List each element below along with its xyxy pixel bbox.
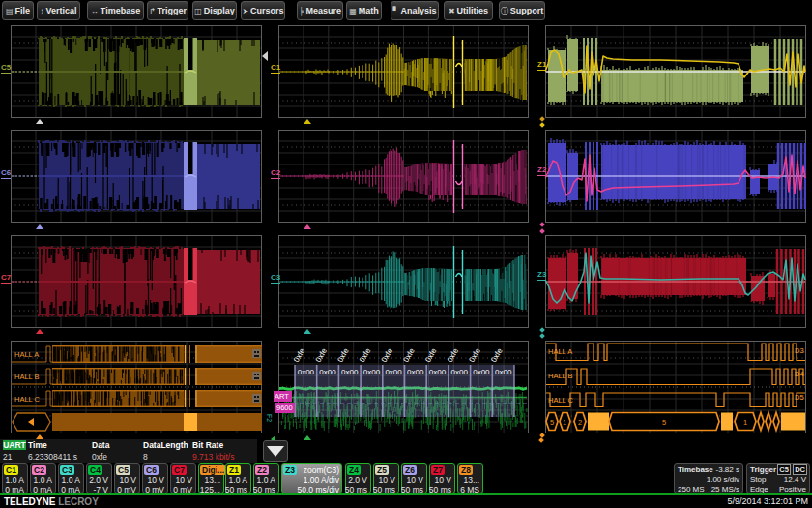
svg-text:0xfe: 0xfe: [292, 346, 307, 364]
svg-text:1: 1: [563, 418, 566, 427]
svg-text:0x00: 0x00: [385, 368, 402, 376]
svg-text:5: 5: [662, 418, 666, 427]
svg-text:0xfe: 0xfe: [423, 346, 439, 364]
svg-text:0x00: 0x00: [341, 368, 359, 376]
svg-text:HALL B: HALL B: [14, 373, 40, 381]
svg-text:HALL A: HALL A: [548, 347, 572, 356]
svg-text:2: 2: [578, 418, 582, 427]
svg-text:0xfe: 0xfe: [335, 346, 351, 364]
svg-text:5: 5: [550, 418, 554, 427]
svg-text:D4: D4: [795, 370, 804, 378]
svg-text:0xfe: 0xfe: [380, 346, 395, 364]
svg-text:0x00: 0x00: [407, 368, 424, 376]
svg-text:HALL C: HALL C: [14, 395, 41, 403]
svg-text:0xfe: 0xfe: [314, 346, 330, 364]
svg-text:D5: D5: [795, 393, 804, 402]
svg-text:0xfe: 0xfe: [358, 346, 373, 364]
svg-text:0x00: 0x00: [495, 368, 512, 376]
svg-text:0x00: 0x00: [473, 368, 490, 376]
svg-text:1: 1: [743, 418, 747, 427]
svg-text:0x00: 0x00: [363, 368, 381, 376]
svg-text:0xfe: 0xfe: [468, 346, 483, 364]
svg-text:0xfe: 0xfe: [446, 346, 461, 364]
svg-text:HALL C: HALL C: [548, 396, 574, 404]
svg-text:0x00: 0x00: [429, 368, 447, 376]
svg-text:0x00: 0x00: [319, 368, 336, 376]
svg-text:D3: D3: [795, 346, 804, 355]
svg-text:0x00: 0x00: [451, 368, 469, 376]
svg-text:0xfe: 0xfe: [489, 346, 505, 364]
svg-text:HALL B: HALL B: [548, 372, 573, 380]
svg-text:HALL A: HALL A: [14, 350, 39, 359]
svg-text:0x00: 0x00: [298, 368, 315, 376]
